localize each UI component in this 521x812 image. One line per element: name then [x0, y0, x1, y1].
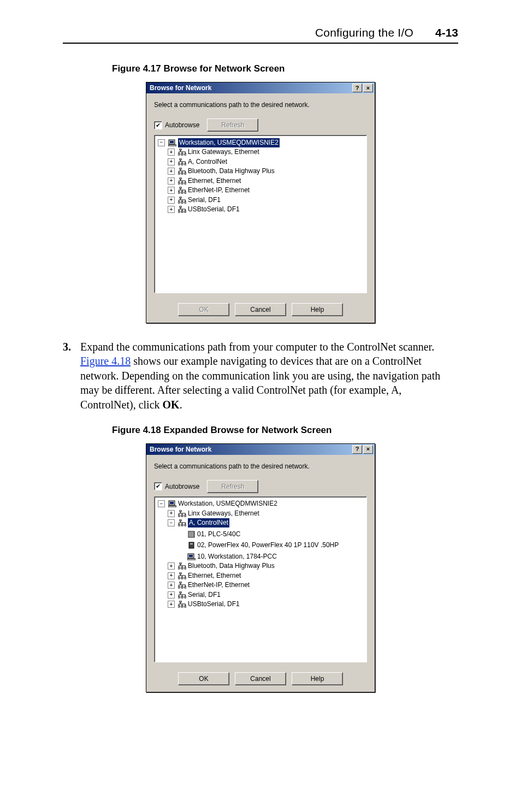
step-number: 3. — [63, 340, 75, 412]
tree-item[interactable]: 02, PowerFlex 40, PowerFlex 40 1P 110V .… — [197, 541, 339, 550]
workstation-icon — [168, 139, 176, 146]
tree-item[interactable]: 10, Workstation, 1784-PCC — [197, 552, 277, 561]
para-text-c: . — [180, 399, 182, 411]
step-3-paragraph: 3. Expand the communications path from y… — [63, 340, 458, 412]
autobrowse-checkbox[interactable]: ✔ Autobrowse — [154, 482, 199, 490]
tree-item[interactable]: EtherNet-IP, Ethernet — [188, 580, 250, 590]
svg-rect-44 — [191, 531, 192, 537]
expander-plus-icon[interactable]: + — [168, 177, 175, 185]
cancel-button[interactable]: Cancel — [235, 303, 286, 316]
svg-rect-8 — [178, 163, 180, 165]
svg-rect-34 — [180, 510, 181, 512]
svg-rect-32 — [170, 502, 174, 504]
expander-plus-icon[interactable]: + — [168, 591, 175, 598]
ok-button[interactable]: OK — [178, 303, 229, 316]
tree-item[interactable]: Linx Gateways, Ethernet — [188, 509, 259, 518]
svg-rect-11 — [180, 168, 181, 169]
svg-rect-6 — [185, 153, 186, 155]
network-icon — [178, 562, 186, 570]
browse-for-network-dialog-2: Browse for Network ? × Select a communic… — [146, 443, 375, 692]
help-button[interactable]: Help — [292, 672, 343, 685]
titlebar-close-button[interactable]: × — [363, 445, 373, 454]
svg-rect-30 — [185, 211, 186, 212]
svg-rect-51 — [180, 562, 181, 564]
svg-rect-13 — [181, 173, 183, 174]
svg-rect-38 — [180, 519, 181, 521]
network-icon — [178, 519, 186, 527]
svg-rect-57 — [181, 577, 183, 579]
tree-item[interactable]: Ethernet, Ethernet — [188, 176, 241, 186]
network-icon — [178, 149, 186, 156]
svg-rect-47 — [190, 543, 193, 544]
svg-rect-27 — [180, 206, 181, 208]
svg-rect-59 — [180, 582, 181, 583]
svg-rect-60 — [178, 586, 180, 588]
network-icon — [178, 187, 186, 194]
svg-rect-70 — [185, 606, 186, 607]
titlebar-close-button[interactable]: × — [363, 84, 373, 92]
expander-plus-icon[interactable]: + — [168, 197, 175, 204]
svg-rect-12 — [178, 173, 180, 174]
svg-rect-64 — [178, 596, 180, 598]
network-tree[interactable]: − Workstation, USMEQDMWISNIE2 +Linx Gate… — [154, 135, 367, 293]
refresh-button[interactable]: Refresh — [207, 118, 258, 132]
expander-plus-icon[interactable]: + — [168, 187, 175, 194]
svg-rect-52 — [178, 567, 180, 569]
svg-rect-26 — [185, 201, 186, 203]
expander-plus-icon[interactable]: + — [168, 158, 175, 165]
cancel-button[interactable]: Cancel — [235, 672, 286, 685]
dialog-titlebar: Browse for Network ? × — [146, 82, 375, 93]
network-icon — [178, 509, 186, 517]
refresh-button[interactable]: Refresh — [207, 480, 258, 493]
expander-minus-icon[interactable]: − — [168, 519, 175, 526]
expander-plus-icon[interactable]: + — [168, 206, 175, 213]
tree-item[interactable]: A, ControlNet — [188, 157, 227, 167]
tree-root[interactable]: Workstation, USMEQDMWISNIE2 — [178, 138, 280, 147]
titlebar-help-button[interactable]: ? — [352, 445, 362, 454]
help-button[interactable]: Help — [292, 303, 343, 316]
autobrowse-checkbox[interactable]: ✔ Autobrowse — [154, 121, 199, 129]
svg-rect-22 — [185, 192, 186, 193]
expander-plus-icon[interactable]: + — [168, 510, 175, 517]
svg-rect-29 — [181, 211, 183, 212]
svg-rect-2 — [168, 145, 176, 146]
expander-plus-icon[interactable]: + — [168, 562, 175, 570]
tree-item[interactable]: EtherNet-IP, Ethernet — [188, 186, 250, 195]
expander-plus-icon[interactable]: + — [168, 582, 175, 589]
tree-item[interactable]: 01, PLC-5/40C — [197, 530, 240, 539]
tree-item[interactable]: A, ControlNet — [188, 518, 229, 527]
expander-minus-icon[interactable]: − — [158, 500, 165, 507]
network-icon — [178, 196, 186, 204]
svg-rect-46 — [189, 542, 194, 548]
ok-button[interactable]: OK — [178, 672, 229, 685]
svg-rect-21 — [181, 192, 183, 193]
tree-item[interactable]: USBtoSerial, DF1 — [188, 205, 240, 214]
para-bold-ok: OK — [163, 399, 180, 411]
network-icon — [178, 582, 186, 589]
svg-rect-69 — [181, 606, 183, 607]
titlebar-help-button[interactable]: ? — [352, 84, 362, 92]
expander-plus-icon[interactable]: + — [168, 572, 175, 579]
svg-rect-67 — [180, 601, 181, 602]
tree-item[interactable]: Linx Gateways, Ethernet — [188, 147, 259, 157]
tree-item[interactable]: Bluetooth, Data Highway Plus — [188, 167, 275, 176]
tree-item[interactable]: Serial, DF1 — [188, 590, 221, 600]
network-tree[interactable]: − Workstation, USMEQDMWISNIE2 +Linx Gate… — [154, 496, 367, 662]
network-icon — [178, 158, 186, 165]
svg-rect-63 — [180, 591, 181, 593]
expander-plus-icon[interactable]: + — [168, 149, 175, 156]
expander-plus-icon[interactable]: + — [168, 168, 175, 175]
svg-rect-15 — [180, 177, 181, 179]
para-text-b: shows our example navigating to devices … — [80, 355, 440, 410]
tree-item[interactable]: USBtoSerial, DF1 — [188, 600, 240, 609]
svg-rect-9 — [181, 163, 183, 165]
tree-item[interactable]: Serial, DF1 — [188, 195, 221, 205]
tree-item[interactable]: Bluetooth, Data Highway Plus — [188, 561, 275, 571]
checkbox-icon: ✔ — [154, 121, 162, 129]
tree-root[interactable]: Workstation, USMEQDMWISNIE2 — [178, 499, 277, 508]
tree-item[interactable]: Ethernet, Ethernet — [188, 571, 241, 580]
figure-4-18-link[interactable]: Figure 4.18 — [80, 355, 131, 367]
svg-rect-41 — [185, 524, 186, 526]
expander-minus-icon[interactable]: − — [158, 139, 165, 146]
expander-plus-icon[interactable]: + — [168, 601, 175, 608]
